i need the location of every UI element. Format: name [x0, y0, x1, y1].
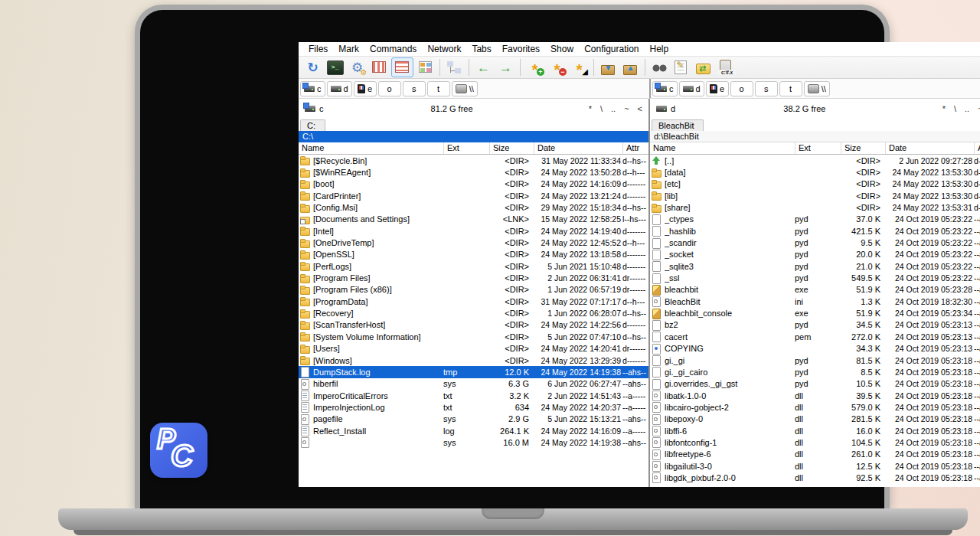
forward-icon[interactable]: →: [495, 58, 516, 77]
column-name[interactable]: Name: [650, 142, 795, 154]
drive-button-e[interactable]: e: [706, 81, 729, 96]
menu-item[interactable]: Favorites: [497, 44, 545, 54]
panel-header-button[interactable]: \: [600, 104, 603, 113]
file-row[interactable]: sys 16.0 M 24 May 2022 14:19:38 --ahs--: [299, 436, 648, 448]
pack-icon[interactable]: ▼: [598, 58, 619, 77]
tab-bleachbit[interactable]: BleachBit: [652, 119, 704, 131]
back-icon[interactable]: ←: [473, 58, 494, 77]
file-row[interactable]: libepoxy-0 dll 281.5 K 24 Oct 2019 05:23…: [650, 413, 980, 425]
file-row[interactable]: [Intel] <DIR> 24 May 2022 14:19:40 d----…: [299, 225, 648, 237]
column-date[interactable]: Date: [534, 142, 623, 154]
column-date[interactable]: Date: [886, 142, 975, 154]
column-size[interactable]: Size: [490, 142, 534, 154]
file-row[interactable]: [$Recycle.Bin] <DIR> 31 May 2022 11:33:3…: [299, 155, 648, 166]
unselect-group-icon[interactable]: *−: [547, 58, 567, 77]
search-icon[interactable]: [649, 58, 670, 77]
menu-item[interactable]: Tabs: [466, 44, 496, 54]
menu-item[interactable]: Help: [645, 44, 675, 54]
menu-item[interactable]: Network: [422, 44, 466, 54]
file-row[interactable]: bleachbit exe 51.9 K 24 Oct 2019 05:23:2…: [650, 284, 980, 296]
panel-header-button[interactable]: <: [638, 104, 642, 113]
file-row[interactable]: [CardPrinter] <DIR> 24 May 2022 13:21:24…: [299, 190, 648, 201]
file-row[interactable]: _ssl pyd 549.5 K 24 Oct 2019 05:23:22 --…: [650, 272, 980, 283]
file-row[interactable]: _ctypes pyd 37.0 K 24 Oct 2019 05:23:22 …: [650, 214, 980, 225]
file-row[interactable]: [$WinREAgent] <DIR> 24 May 2022 13:50:28…: [299, 166, 648, 178]
file-row[interactable]: libfontconfig-1 dll 104.5 K 24 Oct 2019 …: [650, 436, 980, 448]
column-ext[interactable]: Ext: [795, 142, 841, 154]
file-row[interactable]: libatk-1.0-0 dll 39.5 K 24 Oct 2019 05:2…: [650, 390, 980, 401]
drive-button-s[interactable]: s: [755, 81, 778, 96]
unpack-icon[interactable]: ▲: [620, 58, 641, 77]
file-row[interactable]: [ScanTransferHost] <DIR> 24 May 2022 14:…: [299, 319, 648, 331]
panel-header-button[interactable]: ..: [611, 104, 616, 113]
column-attr[interactable]: Attr: [623, 142, 648, 154]
file-row[interactable]: [share] <DIR> 24 May 2022 13:53:31 d----…: [650, 201, 980, 213]
drive-button-netnet[interactable]: \\: [452, 81, 478, 96]
drive-button-c[interactable]: c: [300, 81, 325, 96]
column-ext[interactable]: Ext: [444, 142, 490, 154]
file-row[interactable]: BleachBit ini 1.3 K 24 Oct 2019 18:32:30…: [650, 296, 980, 307]
file-row[interactable]: [..] <DIR> 2 Jun 2022 09:27:28 d--h----: [650, 155, 980, 166]
drive-button-t[interactable]: t: [779, 81, 802, 96]
file-row[interactable]: [Documents and Settings] <LNK> 15 May 20…: [299, 214, 648, 225]
file-row[interactable]: [Windows] <DIR> 24 May 2022 13:29:39 d--…: [299, 355, 648, 366]
drive-button-d[interactable]: d: [679, 81, 704, 96]
file-row[interactable]: hiberfil sys 6.3 G 6 Jun 2022 06:27:47 -…: [299, 378, 648, 390]
file-row[interactable]: [Users] <DIR> 24 May 2022 14:20:41 dr---…: [299, 343, 648, 355]
file-row[interactable]: Reflect_Install log 264.1 K 24 May 2022 …: [299, 425, 648, 436]
file-row[interactable]: [lib] <DIR> 24 May 2022 13:53:30 d------…: [650, 190, 980, 201]
right-current-path[interactable]: d:\BleachBit: [650, 131, 980, 142]
file-row[interactable]: [etc] <DIR> 24 May 2022 13:53:30 d------…: [650, 178, 980, 190]
view-full-icon[interactable]: [391, 57, 413, 77]
file-row[interactable]: _socket pyd 20.0 K 24 Oct 2019 05:23:22 …: [650, 249, 980, 260]
file-row[interactable]: _hashlib pyd 421.5 K 24 Oct 2019 05:23:2…: [650, 225, 980, 237]
menu-item[interactable]: Files: [303, 44, 333, 54]
tree-view-icon[interactable]: [444, 58, 465, 77]
file-row[interactable]: ImperoCriticalErrors txt 3.2 K 2 Jun 202…: [299, 390, 648, 401]
drive-button-t[interactable]: t: [427, 81, 450, 96]
file-row[interactable]: [Recovery] <DIR> 1 Jun 2022 06:28:07 d--…: [299, 307, 648, 319]
panel-header-button[interactable]: *: [942, 104, 946, 113]
file-row[interactable]: pagefile sys 2.9 G 5 Jun 2022 15:13:21 -…: [299, 413, 648, 425]
file-row[interactable]: [boot] <DIR> 24 May 2022 14:16:09 d-----…: [299, 178, 648, 190]
file-row[interactable]: gi._gi pyd 81.5 K 24 Oct 2019 05:23:18 -…: [650, 355, 980, 366]
file-row[interactable]: COPYING 34.3 K 24 Oct 2019 05:23:13 --a-…: [650, 343, 980, 355]
file-row[interactable]: [System Volume Information] <DIR> 5 Jun …: [299, 331, 648, 342]
drive-button-d[interactable]: d: [327, 81, 352, 96]
view-brief-icon[interactable]: [369, 58, 390, 77]
panel-header-button[interactable]: *: [589, 104, 592, 113]
left-current-path[interactable]: C:\: [299, 131, 648, 142]
options-gear-icon[interactable]: ⚙⚙: [347, 58, 368, 77]
file-row[interactable]: [Program Files (x86)] <DIR> 1 Jun 2022 0…: [299, 284, 648, 296]
file-row[interactable]: [OneDriveTemp] <DIR> 24 May 2022 12:45:5…: [299, 237, 648, 248]
column-name[interactable]: Name: [299, 142, 444, 154]
file-row[interactable]: [OpenSSL] <DIR> 24 May 2022 13:18:58 d--…: [299, 249, 648, 260]
terminal-icon[interactable]: >_: [325, 58, 345, 77]
file-row[interactable]: cacert pem 272.0 K 24 Oct 2019 05:23:13 …: [650, 331, 980, 342]
file-row[interactable]: DumpStack.log tmp 12.0 K 24 May 2022 14:…: [299, 366, 648, 377]
view-thumbnails-icon[interactable]: [415, 58, 436, 77]
file-row[interactable]: libgdk_pixbuf-2.0-0 dll 92.5 K 24 Oct 20…: [650, 472, 980, 483]
drive-button-s[interactable]: s: [403, 81, 426, 96]
menu-item[interactable]: Show: [545, 44, 579, 54]
file-row[interactable]: bz2 pyd 34.5 K 24 Oct 2019 05:23:13 --a-…: [650, 319, 980, 331]
file-row[interactable]: libcairo-gobject-2 dll 579.0 K 24 Oct 20…: [650, 401, 980, 413]
file-row[interactable]: gi._gi_cairo pyd 8.5 K 24 Oct 2019 05:23…: [650, 366, 980, 377]
menu-item[interactable]: Commands: [364, 44, 422, 54]
sync-dirs-icon[interactable]: ⇄: [694, 58, 714, 77]
panel-header-button[interactable]: ..: [965, 104, 969, 113]
panel-header-button[interactable]: ~: [624, 104, 629, 113]
file-row[interactable]: _scandir pyd 9.5 K 24 Oct 2019 05:23:22 …: [650, 237, 980, 248]
drive-button-o[interactable]: o: [730, 81, 753, 96]
refresh-icon[interactable]: ↻: [302, 58, 323, 77]
invert-selection-icon[interactable]: *◢: [569, 58, 590, 77]
drive-button-c[interactable]: c: [652, 81, 678, 96]
menu-item[interactable]: Mark: [333, 44, 364, 54]
tab-c[interactable]: C:: [300, 119, 325, 131]
drive-button-netnet[interactable]: \\: [804, 81, 830, 96]
cfx-icon[interactable]: c:\f.x: [716, 58, 737, 77]
multi-rename-icon[interactable]: ✎: [671, 58, 692, 77]
menu-item[interactable]: Configuration: [579, 44, 644, 54]
file-row[interactable]: bleachbit_console exe 51.9 K 24 Oct 2019…: [650, 307, 980, 319]
select-group-icon[interactable]: *+: [524, 58, 545, 77]
